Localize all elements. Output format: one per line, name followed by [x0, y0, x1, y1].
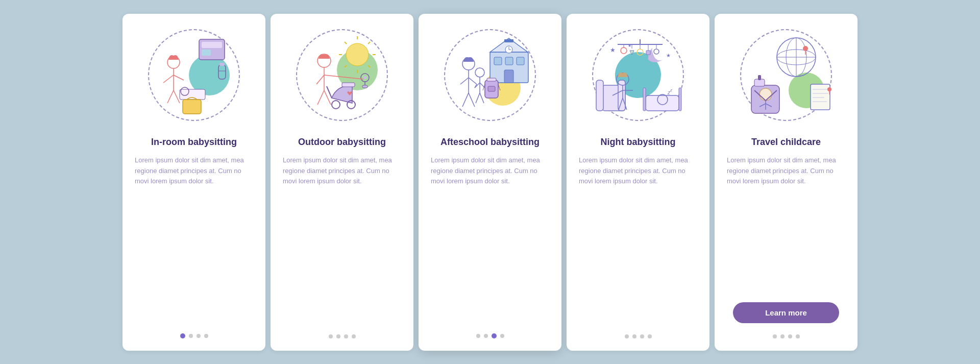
svg-line-31 [316, 75, 324, 84]
dot [197, 334, 201, 338]
svg-in-room [143, 24, 245, 126]
card-5-title: Travel childcare [751, 136, 821, 148]
svg-rect-40 [504, 39, 513, 42]
svg-line-53 [469, 93, 475, 107]
card-outdoor: Outdoor babysitting Lorem ipsum dolor si… [271, 14, 413, 351]
card-night: ★ ★ ★ [567, 14, 709, 351]
svg-line-9 [174, 75, 184, 80]
svg-rect-102 [758, 75, 761, 80]
svg-line-50 [460, 78, 469, 84]
svg-line-59 [480, 93, 484, 103]
svg-rect-44 [504, 70, 513, 83]
svg-point-35 [332, 101, 340, 109]
svg-line-51 [469, 78, 477, 84]
svg-point-98 [803, 46, 808, 51]
svg-line-58 [476, 93, 480, 103]
dot [329, 334, 333, 338]
svg-point-25 [363, 76, 366, 79]
illustration-travel [735, 24, 837, 126]
dot [352, 334, 356, 338]
dot-active [492, 333, 497, 338]
svg-line-30 [324, 75, 363, 79]
svg-rect-88 [643, 88, 646, 111]
card-5-dots [773, 334, 800, 338]
svg-point-73 [637, 49, 643, 55]
svg-rect-12 [180, 89, 205, 100]
svg-line-20 [345, 42, 347, 44]
card-travel: Travel childcare Lorem ipsum dolor sit d… [715, 14, 857, 351]
svg-rect-43 [517, 57, 524, 65]
svg-point-71 [621, 47, 627, 54]
dot [484, 334, 488, 338]
svg-rect-3 [218, 65, 226, 79]
dot [648, 334, 652, 338]
dot [640, 334, 644, 338]
svg-line-52 [462, 93, 469, 107]
card-1-dots [180, 333, 208, 338]
svg-point-103 [760, 88, 772, 101]
card-4-body: Lorem ipsum dolor sit dim amet, mea regi… [579, 155, 697, 325]
card-3-title: Afteschool babysitting [440, 136, 540, 148]
svg-text:z: z [670, 88, 673, 92]
svg-point-114 [827, 87, 831, 91]
card-3-body: Lorem ipsum dolor sit dim amet, mea regi… [431, 155, 549, 324]
svg-rect-79 [596, 80, 603, 111]
cards-container: In-room babysitting Lorem ipsum dolor si… [112, 4, 868, 361]
svg-rect-14 [183, 100, 201, 114]
svg-rect-27 [362, 85, 368, 88]
svg-rect-87 [646, 95, 679, 111]
svg-rect-2 [202, 50, 211, 56]
dot [500, 334, 504, 338]
svg-rect-1 [202, 42, 222, 48]
svg-travel [735, 24, 837, 126]
dot [344, 334, 348, 338]
card-2-body: Lorem ipsum dolor sit dim amet, mea regi… [283, 155, 401, 325]
card-1-title: In-room babysitting [151, 136, 237, 148]
illustration-in-room [143, 24, 245, 126]
dot [773, 334, 777, 338]
illustration-night: ★ ★ ★ [587, 24, 689, 126]
card-afterschool: Afteschool babysitting Lorem ipsum dolor… [419, 14, 561, 351]
svg-rect-101 [754, 79, 765, 86]
svg-line-11 [174, 90, 180, 103]
svg-line-23 [345, 65, 347, 67]
dot [780, 334, 785, 338]
card-1-body: Lorem ipsum dolor sit dim amet, mea regi… [135, 155, 253, 324]
svg-point-54 [475, 68, 484, 77]
svg-line-8 [163, 75, 174, 83]
svg-line-32 [317, 90, 324, 105]
svg-rect-62 [487, 78, 496, 81]
svg-line-37 [327, 86, 332, 98]
svg-rect-89 [679, 88, 681, 111]
dot [788, 334, 792, 338]
card-4-dots [625, 334, 652, 338]
card-3-dots [476, 333, 504, 338]
svg-rect-34 [342, 83, 355, 87]
svg-point-77 [654, 49, 659, 54]
dot [336, 334, 340, 338]
svg-line-21 [368, 65, 370, 67]
svg-line-22 [368, 42, 370, 44]
card-2-dots [329, 334, 356, 338]
svg-rect-4 [219, 63, 225, 66]
card-2-title: Outdoor babysitting [298, 136, 386, 148]
dot [476, 334, 480, 338]
svg-rect-63 [488, 86, 495, 91]
dot [632, 334, 636, 338]
svg-afterschool [439, 24, 541, 126]
svg-night: ★ ★ ★ [587, 24, 689, 126]
card-in-room: In-room babysitting Lorem ipsum dolor si… [122, 14, 265, 351]
svg-rect-75 [646, 51, 650, 55]
card-4-title: Night babysitting [601, 136, 676, 148]
dot [204, 334, 208, 338]
svg-rect-109 [811, 84, 830, 110]
svg-outdoor [291, 24, 393, 126]
svg-text:★: ★ [666, 53, 671, 58]
learn-more-button[interactable]: Learn more [733, 302, 840, 323]
card-5-body: Lorem ipsum dolor sit dim amet, mea regi… [727, 155, 845, 296]
dot [796, 334, 800, 338]
svg-line-10 [167, 90, 174, 103]
illustration-afterschool [439, 24, 541, 126]
dot-active [180, 333, 185, 338]
illustration-outdoor [291, 24, 393, 126]
